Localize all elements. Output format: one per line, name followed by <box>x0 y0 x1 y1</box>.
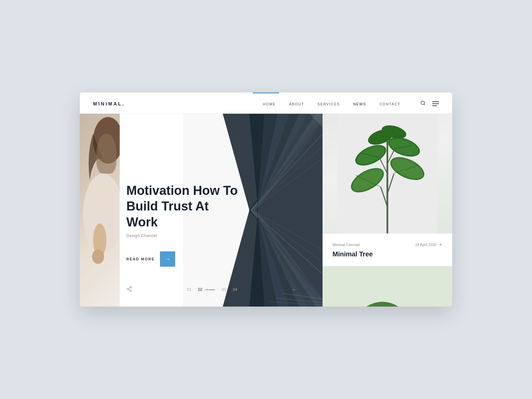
svg-point-0 <box>421 101 425 105</box>
prev-arrow[interactable]: ← <box>292 287 297 293</box>
nav-icons <box>420 100 439 107</box>
menu-icon[interactable] <box>432 101 439 106</box>
article-date: 18 April 2020 + <box>415 242 442 248</box>
browser-window: MINIMAL. HOME ABOUT SERVICES NEWS CONTAC… <box>80 92 452 307</box>
site-logo[interactable]: MINIMAL. <box>93 101 125 106</box>
nav-item-contact[interactable]: CONTACT <box>379 101 400 107</box>
read-more-button[interactable] <box>160 251 175 267</box>
svg-rect-53 <box>323 266 452 307</box>
right-sidebar: Minimal Concept 18 April 2020 + Minimal … <box>323 114 452 307</box>
slide-2[interactable]: 02 <box>198 287 215 292</box>
person-image <box>80 114 120 307</box>
svg-point-30 <box>130 290 132 292</box>
read-more-label: READ MORE <box>126 257 155 261</box>
svg-line-31 <box>128 289 130 290</box>
slide-3[interactable]: 03 <box>222 287 226 292</box>
svg-point-28 <box>130 287 132 288</box>
navbar: MINIMAL. HOME ABOUT SERVICES NEWS CONTAC… <box>80 94 452 114</box>
nav-links: HOME ABOUT SERVICES NEWS CONTACT <box>263 101 400 107</box>
main-content: Motivation How To Build Trust At Work De… <box>80 114 452 307</box>
article-plus-icon[interactable]: + <box>439 242 442 248</box>
slide-4[interactable]: 04 <box>233 287 237 292</box>
share-icon[interactable] <box>126 286 132 293</box>
slide-indicators: 01 02 03 04 <box>187 287 237 292</box>
next-arrow[interactable]: → <box>304 287 309 293</box>
hero-section: Motivation How To Build Trust At Work De… <box>80 114 323 307</box>
article-category: Minimal Concept <box>332 243 360 247</box>
hero-bottom-bar: 01 02 03 04 ← → <box>126 286 309 293</box>
svg-point-2 <box>93 117 120 164</box>
hero-content: Motivation How To Build Trust At Work De… <box>126 183 239 267</box>
plant-image-bottom <box>323 266 452 307</box>
plant-image-top <box>323 114 452 233</box>
article-meta: Minimal Concept 18 April 2020 + <box>332 242 442 248</box>
search-icon[interactable] <box>420 100 426 107</box>
slide-arrows: ← → <box>292 287 309 293</box>
nav-item-home[interactable]: HOME <box>263 101 276 107</box>
nav-item-about[interactable]: ABOUT <box>289 101 304 107</box>
hero-subtitle: Design Channel <box>126 233 239 238</box>
hero-cta: READ MORE <box>126 251 239 267</box>
slide-1[interactable]: 01 <box>187 287 191 292</box>
nav-item-services[interactable]: SERVICES <box>318 101 340 107</box>
svg-line-1 <box>424 104 425 105</box>
article-card: Minimal Concept 18 April 2020 + Minimal … <box>323 233 452 266</box>
article-title: Minimal Tree <box>332 250 442 258</box>
hero-title: Motivation How To Build Trust At Work <box>126 183 239 230</box>
svg-point-5 <box>92 249 104 264</box>
browser-top-bar <box>80 92 452 94</box>
svg-point-29 <box>127 288 129 290</box>
nav-item-news[interactable]: NEWS <box>353 101 366 107</box>
svg-line-32 <box>128 288 130 289</box>
